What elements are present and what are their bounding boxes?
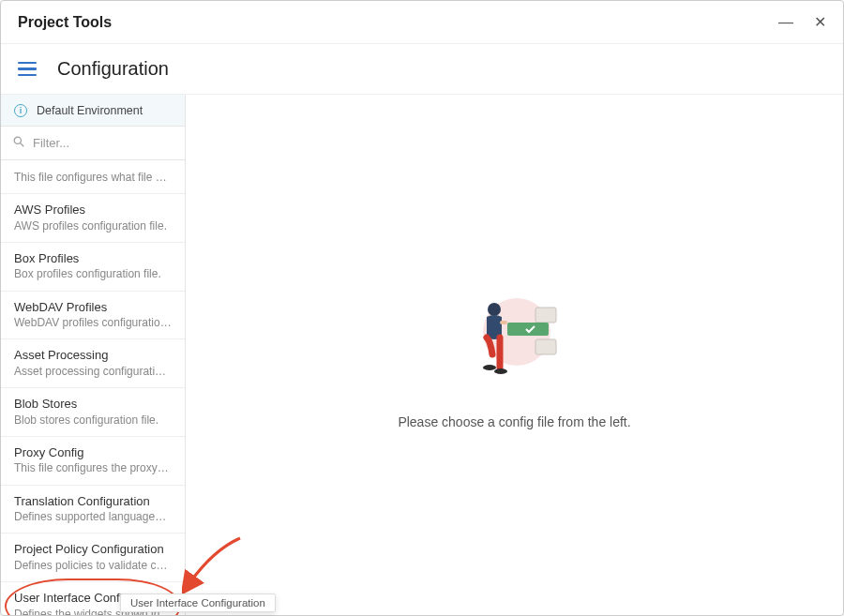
config-item-desc: Box profiles configuration file.: [14, 266, 172, 281]
config-item-desc: This file configures the proxy serv…: [14, 460, 172, 475]
config-list[interactable]: This file configures what file path… AWS…: [1, 160, 185, 615]
minimize-button[interactable]: —: [778, 15, 793, 30]
config-item-title: Box Profiles: [14, 250, 172, 267]
config-item-desc: Defines policies to validate conte…: [14, 558, 172, 573]
config-item-title: WebDAV Profiles: [14, 299, 172, 316]
config-item-aws-profiles[interactable]: AWS Profiles AWS profiles configuration …: [1, 194, 185, 243]
config-item-proxy-config[interactable]: Proxy Config This file configures the pr…: [1, 437, 185, 486]
svg-point-8: [483, 365, 496, 370]
svg-point-9: [494, 368, 507, 374]
config-item-title: Project Policy Configuration: [14, 541, 172, 558]
config-item-title: Blob Stores: [14, 396, 172, 413]
filter-row: [1, 127, 185, 160]
environment-label: Default Environment: [37, 104, 143, 117]
window: Project Tools — ✕ Configuration i Defaul…: [0, 0, 844, 616]
svg-rect-7: [500, 321, 507, 324]
window-controls: — ✕: [778, 15, 826, 30]
config-item-title: Translation Configuration: [14, 493, 172, 510]
search-icon: [12, 135, 25, 152]
config-item-asset-processing[interactable]: Asset Processing Asset processing config…: [1, 339, 185, 388]
config-item-project-policy-configuration[interactable]: Project Policy Configuration Defines pol…: [1, 533, 185, 582]
svg-rect-5: [507, 323, 549, 336]
svg-point-0: [14, 137, 21, 143]
config-item-file-paths[interactable]: This file configures what file path…: [1, 160, 185, 194]
empty-state-text: Please choose a config file from the lef…: [398, 414, 630, 429]
config-item-title: Proxy Config: [14, 444, 172, 461]
config-item-title: AWS Profiles: [14, 202, 172, 218]
info-icon: i: [14, 104, 27, 117]
config-item-translation-configuration[interactable]: Translation Configuration Defines suppor…: [1, 486, 185, 534]
config-item-desc: AWS profiles configuration file.: [14, 218, 172, 233]
config-item-desc: Asset processing configuration file.: [14, 364, 172, 379]
page-title: Configuration: [57, 58, 169, 80]
subheader: Configuration: [1, 44, 843, 95]
svg-rect-3: [535, 308, 556, 323]
config-item-blob-stores[interactable]: Blob Stores Blob stores configuration fi…: [1, 388, 185, 437]
window-title: Project Tools: [18, 14, 112, 31]
close-button[interactable]: ✕: [814, 15, 826, 30]
config-item-desc: WebDAV profiles configuration file.: [14, 315, 172, 330]
filter-input[interactable]: [33, 136, 173, 150]
hamburger-menu-icon[interactable]: [18, 62, 37, 77]
svg-rect-4: [535, 339, 556, 354]
config-item-desc: Defines supported languages an…: [14, 509, 172, 524]
svg-line-1: [21, 143, 24, 146]
config-item-box-profiles[interactable]: Box Profiles Box profiles configuration …: [1, 243, 185, 292]
config-item-desc: Blob stores configuration file.: [14, 413, 172, 428]
content: i Default Environment This file configur…: [1, 95, 843, 615]
empty-state-illustration: [459, 281, 571, 394]
config-item-desc: This file configures what file path…: [14, 170, 172, 185]
config-item-title: Asset Processing: [14, 347, 172, 364]
tooltip: User Interface Configuration: [120, 593, 276, 612]
svg-point-6: [488, 303, 501, 316]
main-panel: Please choose a config file from the lef…: [186, 95, 843, 615]
sidebar: i Default Environment This file configur…: [1, 95, 186, 615]
titlebar: Project Tools — ✕: [1, 1, 843, 44]
environment-banner[interactable]: i Default Environment: [1, 95, 185, 127]
config-item-webdav-profiles[interactable]: WebDAV Profiles WebDAV profiles configur…: [1, 292, 185, 340]
